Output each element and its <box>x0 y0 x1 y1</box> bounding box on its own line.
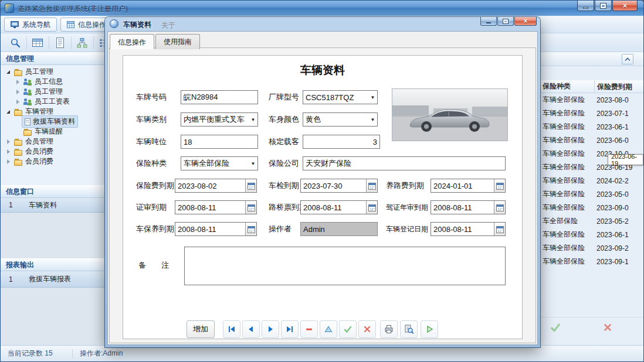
insurance-company-input[interactable] <box>303 156 506 170</box>
inspection-due-input[interactable] <box>301 182 366 190</box>
tree-expander-icon[interactable] <box>4 148 12 156</box>
insurance-due-input[interactable] <box>175 182 245 190</box>
info-window-item[interactable]: 1 车辆资料 <box>1 198 110 213</box>
table-row[interactable]: 车辆全部保险2023-06-1 <box>540 228 644 241</box>
tonnage-input[interactable] <box>181 135 258 149</box>
first-record-button[interactable] <box>223 320 240 338</box>
road-fee-due-field[interactable] <box>431 179 506 193</box>
maintain-due-input[interactable] <box>175 225 245 234</box>
tree-expander-icon[interactable] <box>4 138 12 146</box>
model-combo[interactable]: CSC5187TQZ ▼ <box>303 90 378 104</box>
column-header[interactable]: 保险种类 <box>540 81 594 91</box>
cancel-button[interactable] <box>602 322 613 334</box>
confirm-button[interactable] <box>339 320 357 338</box>
maintain-due-field[interactable] <box>175 222 257 236</box>
plate-input[interactable] <box>181 90 258 104</box>
tree-expander-icon[interactable] <box>13 88 22 96</box>
chevron-down-icon[interactable]: ▼ <box>368 95 377 100</box>
menu-about[interactable]: 关于 <box>161 21 175 30</box>
calendar-icon[interactable] <box>366 179 377 192</box>
chevron-down-icon[interactable]: ▼ <box>249 117 257 122</box>
passengers-input[interactable] <box>303 135 380 149</box>
run-button[interactable] <box>421 320 438 338</box>
add-button[interactable]: 增加 <box>187 320 215 338</box>
dialog-maximize-button[interactable] <box>497 17 514 26</box>
table-row[interactable]: 车辆全部保险2023-08-0 <box>540 93 644 107</box>
calendar-icon[interactable] <box>245 223 256 235</box>
license-due-field[interactable] <box>431 200 506 214</box>
last-record-button[interactable] <box>281 320 299 338</box>
insurance-type-combo[interactable]: 车辆全部保险 ▼ <box>181 156 258 170</box>
check-icon <box>343 325 352 334</box>
delete-record-button[interactable] <box>300 320 318 338</box>
x-icon <box>602 322 613 333</box>
close-button[interactable]: × <box>612 1 638 11</box>
sidebar-section-info-header[interactable]: 信息管理 <box>1 52 110 65</box>
tree-expander-icon[interactable] <box>4 68 12 76</box>
tab-user-guide[interactable]: 使用指南 <box>155 34 200 49</box>
search-button[interactable] <box>6 35 24 50</box>
table-row[interactable]: 车辆全部保险2024-02-2 <box>540 174 644 187</box>
table-row[interactable]: 车辆全部保险2023-06-1 <box>540 120 644 134</box>
dialog-minimize-button[interactable] <box>480 17 497 26</box>
cert-due-field[interactable] <box>175 200 257 214</box>
tab-system-nav[interactable]: 系统导航 <box>4 18 57 32</box>
calendar-icon[interactable] <box>494 223 505 235</box>
document-button[interactable] <box>51 35 69 50</box>
prev-record-button[interactable] <box>242 320 260 338</box>
print-button[interactable] <box>380 320 398 338</box>
table-row[interactable]: 车辆全部保险2023-05-0 <box>540 187 644 201</box>
register-date-input[interactable] <box>431 225 494 234</box>
remarks-textarea[interactable] <box>184 247 506 285</box>
report-item[interactable]: 1 救援车辆报表 <box>1 271 110 288</box>
calendar-icon[interactable] <box>366 201 377 214</box>
tree-item[interactable]: 会员消费 <box>1 156 110 166</box>
table-row[interactable]: 车辆全部保险2023-09-1 <box>540 255 644 268</box>
bridge-due-input[interactable] <box>301 203 366 212</box>
org-chart-button[interactable] <box>73 35 91 50</box>
tree-expander-icon[interactable] <box>4 108 12 116</box>
dialog-close-button[interactable]: × <box>514 17 537 26</box>
bridge-due-field[interactable] <box>300 200 378 214</box>
calendar-icon[interactable] <box>494 179 505 192</box>
dialog-titlebar[interactable]: 车辆资料 关于 × <box>107 17 538 31</box>
minimize-button[interactable] <box>577 1 594 11</box>
calendar-icon[interactable] <box>245 201 256 214</box>
next-record-button[interactable] <box>262 320 279 338</box>
tree-expander-icon[interactable] <box>4 158 12 166</box>
sidebar-section-windows-header[interactable]: 信息窗口 <box>1 185 110 198</box>
cert-due-input[interactable] <box>175 203 245 212</box>
cancel-button[interactable] <box>358 320 376 338</box>
table-row[interactable]: 车辆全部保险2023-06-0 <box>540 134 644 147</box>
edit-record-button[interactable] <box>320 320 337 338</box>
column-header[interactable]: 保险费到期 <box>594 80 643 93</box>
table-row[interactable]: 车辆全部保险2023-07-1 <box>540 107 644 120</box>
road-fee-due-input[interactable] <box>431 182 494 190</box>
insurance-due-field[interactable] <box>175 179 257 193</box>
confirm-button[interactable] <box>550 322 561 335</box>
document-icon <box>56 37 65 48</box>
table-row[interactable]: 车辆全部保险2023-09-2 <box>540 241 644 255</box>
collapse-panel-button[interactable] <box>622 54 633 64</box>
category-combo[interactable]: 内燃平衡重式叉车 ▼ <box>181 112 258 127</box>
inspection-due-field[interactable] <box>300 179 378 193</box>
sidebar-section-reports-header[interactable]: 报表输出 <box>1 258 110 271</box>
chevron-down-icon[interactable]: ▼ <box>249 161 257 166</box>
register-date-field[interactable] <box>431 222 506 236</box>
preview-button[interactable] <box>400 320 418 338</box>
color-combo[interactable]: 黄色 ▼ <box>303 112 378 127</box>
vehicle-dialog: 车辆资料 关于 × 信息操作 使用指南 车辆资料 车牌号码 厂牌型号 <box>105 17 540 347</box>
calendar-icon[interactable] <box>494 201 505 214</box>
maximize-button[interactable] <box>595 1 612 11</box>
table-row[interactable]: 车全部保险2023-05-2 <box>540 214 644 228</box>
chevron-down-icon[interactable]: ▼ <box>368 117 377 122</box>
car-image <box>392 89 508 141</box>
tree-item-content[interactable]: 会员消费 <box>12 155 56 168</box>
tree-expander-icon[interactable] <box>13 78 22 86</box>
calendar-icon[interactable] <box>245 179 256 192</box>
tab-info-operation[interactable]: 信息操作 <box>110 34 154 49</box>
license-due-input[interactable] <box>431 203 494 212</box>
table-view-button[interactable] <box>29 35 46 50</box>
table-row[interactable]: 车辆全部保险2023-09-0 <box>540 201 644 214</box>
tree-expander-icon[interactable] <box>13 98 22 106</box>
